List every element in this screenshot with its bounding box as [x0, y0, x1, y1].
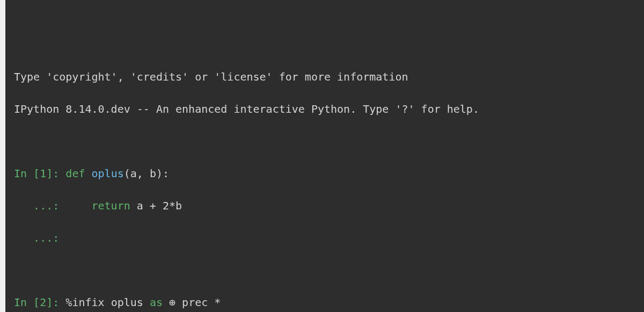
- in-prompt-close: ]:: [46, 167, 65, 180]
- keyword-return: return: [92, 199, 130, 212]
- space: [85, 167, 91, 180]
- blank-line: [14, 133, 635, 149]
- in-prompt-number: 2: [40, 296, 46, 309]
- cell-1-input-line-1[interactable]: In [1]: def oplus(a, b):: [14, 165, 635, 182]
- cell-2-input[interactable]: In [2]: %infix oplus as ⊕ prec *: [14, 294, 635, 310]
- header-text-1: Type 'copyright', 'credits' or 'license'…: [14, 70, 408, 83]
- continuation-prompt: ...:: [14, 199, 65, 212]
- in-prompt: In [: [14, 296, 40, 309]
- in-prompt-close: ]:: [46, 296, 65, 309]
- cell-1-input-line-3[interactable]: ...:: [14, 230, 635, 246]
- cell-1-input-line-2[interactable]: ...: return a + 2*b: [14, 198, 635, 214]
- function-name: oplus: [92, 167, 124, 180]
- in-prompt-number: 1: [40, 167, 46, 180]
- blank-line: [14, 262, 635, 278]
- in-prompt: In [: [14, 167, 40, 180]
- keyword-as: as: [150, 296, 163, 309]
- continuation-prompt: ...:: [14, 231, 65, 244]
- magic-command: %infix oplus: [65, 296, 150, 309]
- terminal-header-line-1: Type 'copyright', 'credits' or 'license'…: [14, 69, 635, 85]
- return-expression: a + 2*b: [130, 199, 182, 212]
- function-params: (a, b):: [124, 167, 169, 180]
- magic-rest: ⊕ prec *: [163, 296, 221, 309]
- header-text-2: IPython 8.14.0.dev -- An enhanced intera…: [14, 103, 479, 115]
- keyword-def: def: [65, 167, 85, 180]
- indent: [65, 199, 91, 212]
- terminal-header-line-2: IPython 8.14.0.dev -- An enhanced intera…: [14, 101, 635, 117]
